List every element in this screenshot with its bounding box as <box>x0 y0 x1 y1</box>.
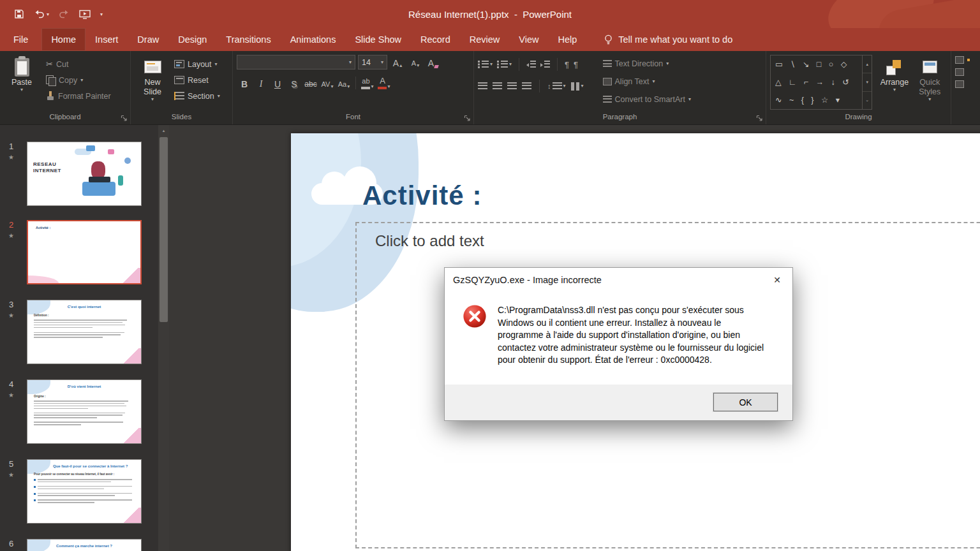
quick-styles-button[interactable]: Quick Styles ▾ <box>913 55 947 112</box>
change-case-button[interactable]: Aa▾ <box>336 76 352 91</box>
slide-3-thumbnail[interactable]: C'est quoi internet Définition : <box>27 300 142 364</box>
section-dropdown-caret[interactable]: ▾ <box>218 94 220 99</box>
undo-dropdown-caret[interactable]: ▾ <box>47 11 49 17</box>
ltr-direction-button[interactable]: ¶ <box>565 60 569 70</box>
scrollbar-up-button[interactable]: ▴ <box>158 125 169 136</box>
decrease-font-size-button[interactable]: A▾ <box>408 55 423 70</box>
decrease-indent-button[interactable] <box>526 61 536 69</box>
bullets-button[interactable]: ▾ <box>478 61 493 69</box>
divider <box>355 77 356 89</box>
start-slideshow-button[interactable] <box>79 10 91 19</box>
increase-indent-button[interactable] <box>540 61 550 69</box>
cut-button[interactable]: ✂ Cut <box>43 56 114 72</box>
tab-view[interactable]: View <box>509 28 548 51</box>
shape-outline-button[interactable] <box>955 68 964 76</box>
tab-file[interactable]: File <box>0 28 41 51</box>
align-right-button[interactable] <box>507 82 517 91</box>
customize-qat-button[interactable]: ▾ <box>100 11 103 17</box>
save-button[interactable] <box>14 9 24 19</box>
font-color-button[interactable]: A ▾ <box>376 76 392 91</box>
paragraph-dialog-launcher[interactable] <box>756 115 764 122</box>
reset-button[interactable]: Reset <box>172 72 223 88</box>
clear-formatting-button[interactable]: A <box>426 55 441 70</box>
thumb1-title: RESEAU INTERNET <box>33 161 73 174</box>
slide-title-text[interactable]: Activité : <box>362 180 482 211</box>
underline-button[interactable]: U <box>270 76 285 91</box>
new-slide-button[interactable]: New Slide ▾ <box>135 55 170 112</box>
tab-review[interactable]: Review <box>460 28 510 51</box>
ribbon: Paste ▾ ✂ Cut Copy ▾ Format Pai <box>0 51 980 125</box>
paste-dropdown-caret[interactable]: ▾ <box>20 87 23 92</box>
undo-button[interactable]: ▾ <box>34 10 49 18</box>
divider <box>539 80 540 92</box>
smartart-icon <box>603 96 612 103</box>
numbering-button[interactable]: ▾ <box>497 61 512 69</box>
font-dialog-launcher[interactable] <box>464 115 471 122</box>
shape-effects-button[interactable] <box>955 80 964 88</box>
layout-dropdown-caret[interactable]: ▾ <box>215 62 218 67</box>
new-slide-dropdown-caret[interactable]: ▾ <box>151 97 154 102</box>
justify-button[interactable] <box>522 82 531 91</box>
tab-draw[interactable]: Draw <box>128 28 168 51</box>
gallery-more-button[interactable]: ⌄ <box>863 92 872 109</box>
character-spacing-button[interactable]: AV▾ <box>320 76 335 91</box>
highlight-color-button[interactable]: ab ▾ <box>360 76 375 91</box>
format-painter-button[interactable]: Format Painter <box>43 88 114 104</box>
new-slide-icon <box>144 61 161 73</box>
shapes-row-2[interactable]: △ ∟ ⌐ → ↓ ↺ <box>771 73 862 91</box>
arrange-button[interactable]: Arrange ▾ <box>877 55 911 112</box>
tab-insert[interactable]: Insert <box>85 28 128 51</box>
clipped-group <box>951 51 980 124</box>
ok-button[interactable]: OK <box>713 393 778 411</box>
dialog-close-button[interactable]: ✕ <box>766 270 789 290</box>
numbering-icon <box>497 61 508 69</box>
section-button[interactable]: Section ▾ <box>172 88 223 104</box>
divider <box>557 58 558 71</box>
laptop-decoration <box>89 177 110 182</box>
text-shadow-button[interactable]: S <box>286 76 302 91</box>
align-center-button[interactable] <box>493 82 502 91</box>
clipboard-dialog-launcher[interactable] <box>121 115 128 122</box>
copy-dropdown-caret[interactable]: ▾ <box>80 78 83 83</box>
slide-5-thumbnail[interactable]: Que faut-il pour se connecter à Internet… <box>27 459 142 524</box>
tab-transitions[interactable]: Transitions <box>216 28 280 51</box>
paste-button[interactable]: Paste ▾ <box>4 55 40 112</box>
slide-2-thumbnail[interactable]: Activité : <box>27 220 142 284</box>
rtl-direction-button[interactable]: ¶ <box>574 60 578 70</box>
tab-help[interactable]: Help <box>548 28 586 51</box>
shapes-row-3[interactable]: ∿ ~ { } ☆ ▾ <box>771 91 862 109</box>
slide-6-thumbnail[interactable]: Comment ça marche internet ? <box>27 539 142 551</box>
slide-2-entry: 2 ★ Activité : <box>0 220 158 284</box>
font-name-select[interactable]: ▾ <box>237 55 355 70</box>
tab-record[interactable]: Record <box>411 28 460 51</box>
italic-button[interactable]: I <box>253 76 269 91</box>
gallery-scroll-down-button[interactable]: ▾ <box>863 73 872 91</box>
redo-button[interactable] <box>59 10 70 18</box>
gallery-scroll-up-button[interactable]: ▴ <box>863 55 872 73</box>
tell-me-box[interactable]: Tell me what you want to do <box>604 28 732 51</box>
font-size-select[interactable]: 14 ▾ <box>358 55 387 70</box>
tab-home[interactable]: Home <box>41 28 85 51</box>
shapes-row-1[interactable]: ▭ ∖ ↘ □ ○ ◇ <box>771 55 862 73</box>
shape-fill-button[interactable] <box>955 56 964 64</box>
slide-4-thumbnail[interactable]: D'où vient Internet Origine : <box>27 379 142 444</box>
bold-button[interactable]: B <box>237 76 252 91</box>
align-text-button[interactable]: Align Text ▾ <box>600 73 694 89</box>
increase-font-size-button[interactable]: A▴ <box>390 55 405 70</box>
text-direction-button[interactable]: Text Direction ▾ <box>600 55 694 71</box>
tab-design[interactable]: Design <box>168 28 216 51</box>
slide-thumbnail-panel: 1 ★ RESEAU INTERNET 2 ★ Ac <box>0 125 158 551</box>
scrollbar-thumb[interactable] <box>160 137 168 322</box>
strikethrough-button[interactable]: abc <box>303 76 318 91</box>
line-spacing-button[interactable]: ↕▾ <box>547 82 566 91</box>
thumbnails-scrollbar[interactable]: ▴ <box>158 125 169 551</box>
copy-button[interactable]: Copy ▾ <box>43 72 114 88</box>
tab-animations[interactable]: Animations <box>281 28 346 51</box>
columns-button[interactable]: ▾ <box>571 82 584 91</box>
shapes-gallery[interactable]: ▭ ∖ ↘ □ ○ ◇ △ ∟ ⌐ → ↓ ↺ ∿ ~ { } ☆ ▾ ▴ ▾ … <box>770 55 872 110</box>
layout-button[interactable]: Layout ▾ <box>172 56 223 72</box>
convert-smartart-button[interactable]: Convert to SmartArt ▾ <box>600 91 694 107</box>
tab-slideshow[interactable]: Slide Show <box>345 28 411 51</box>
align-left-button[interactable] <box>478 82 487 91</box>
slide-1-thumbnail[interactable]: RESEAU INTERNET <box>27 142 142 206</box>
